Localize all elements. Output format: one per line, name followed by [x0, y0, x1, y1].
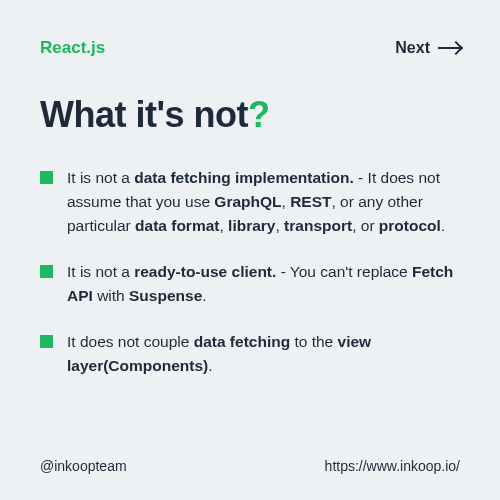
- arrow-right-icon: [438, 47, 460, 49]
- list-item: It does not couple data fetching to the …: [40, 330, 460, 378]
- title-question-mark: ?: [248, 94, 270, 135]
- title-text: What it's not: [40, 94, 248, 135]
- list-item: It is not a ready-to-use client. - You c…: [40, 260, 460, 308]
- square-bullet-icon: [40, 335, 53, 348]
- footer-bar: @inkoopteam https://www.inkoop.io/: [40, 458, 460, 474]
- list-item-text: It is not a ready-to-use client. - You c…: [67, 260, 460, 308]
- header-bar: React.js Next: [40, 38, 460, 58]
- square-bullet-icon: [40, 265, 53, 278]
- list-item-text: It is not a data fetching implementation…: [67, 166, 460, 238]
- footer-url[interactable]: https://www.inkoop.io/: [325, 458, 460, 474]
- social-handle[interactable]: @inkoopteam: [40, 458, 127, 474]
- square-bullet-icon: [40, 171, 53, 184]
- list-item-text: It does not couple data fetching to the …: [67, 330, 460, 378]
- list-item: It is not a data fetching implementation…: [40, 166, 460, 238]
- brand-label: React.js: [40, 38, 105, 58]
- next-button[interactable]: Next: [395, 39, 460, 57]
- page-title: What it's not?: [40, 94, 460, 136]
- next-label: Next: [395, 39, 430, 57]
- feature-list: It is not a data fetching implementation…: [40, 166, 460, 378]
